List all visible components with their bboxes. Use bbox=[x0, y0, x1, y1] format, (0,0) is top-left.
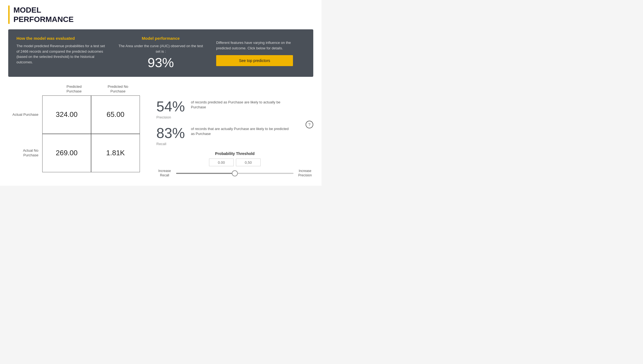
header-bar bbox=[8, 5, 10, 24]
precision-row: 54% Precision of records predicted as Pu… bbox=[156, 98, 313, 119]
col-label-predicted-no-purchase: Predicted NoPurchase bbox=[96, 84, 140, 94]
threshold-slider-row: IncreaseRecall IncreasePrecision bbox=[156, 169, 313, 177]
auc-value: 93% bbox=[116, 55, 205, 70]
increase-precision-label: IncreasePrecision bbox=[297, 169, 313, 177]
banner-col1-title: How the model was evaluated bbox=[16, 36, 105, 41]
banner-col3-text: Different features have varying influenc… bbox=[216, 40, 305, 51]
threshold-inputs bbox=[156, 159, 313, 166]
recall-block: 83% Recall bbox=[156, 125, 187, 146]
cell-fn: 65.00 bbox=[91, 95, 140, 134]
banner-col-evaluation: How the model was evaluated The model pr… bbox=[16, 36, 105, 70]
threshold-title: Probability Threshold bbox=[156, 151, 313, 156]
slider-fill bbox=[176, 173, 235, 174]
threshold-slider-track[interactable] bbox=[176, 173, 294, 174]
banner-col1-text: The model predicted Revenue probabilitie… bbox=[16, 43, 105, 65]
banner-col-predictors: Different features have varying influenc… bbox=[216, 36, 305, 70]
col-label-predicted-purchase: PredictedPurchase bbox=[52, 84, 96, 94]
evaluation-banner: How the model was evaluated The model pr… bbox=[8, 29, 313, 77]
precision-description: of records predicted as Purchase are lik… bbox=[191, 100, 290, 110]
matrix-col-labels: PredictedPurchase Predicted NoPurchase bbox=[52, 84, 140, 94]
threshold-max-input[interactable] bbox=[236, 159, 261, 166]
increase-recall-label: IncreaseRecall bbox=[156, 169, 173, 177]
precision-label: Precision bbox=[156, 115, 187, 119]
cell-fp: 269.00 bbox=[42, 134, 91, 172]
precision-block: 54% Precision bbox=[156, 98, 187, 119]
precision-value: 54% bbox=[156, 98, 187, 115]
recall-label: Recall bbox=[156, 142, 187, 146]
threshold-section: Probability Threshold IncreaseRecall Inc… bbox=[156, 151, 313, 177]
matrix-row-actual-purchase: Actual Purchase 324.00 65.00 bbox=[8, 95, 140, 134]
help-icon[interactable]: ? bbox=[306, 121, 313, 128]
row-label-actual-no-purchase: Actual No Purchase bbox=[8, 148, 42, 158]
recall-description-block: of records that are actually Purchase ar… bbox=[187, 125, 290, 136]
confusion-matrix-section: PredictedPurchase Predicted NoPurchase A… bbox=[8, 84, 140, 177]
page-title: MODEL PERFORMANCE bbox=[13, 5, 74, 24]
row-label-actual-purchase: Actual Purchase bbox=[8, 112, 42, 117]
recall-description: of records that are actually Purchase ar… bbox=[191, 126, 290, 136]
banner-col2-text: The Area under the curve (AUC) observed … bbox=[116, 43, 205, 54]
cell-tn: 1.81K bbox=[91, 134, 140, 172]
page-header: MODEL PERFORMANCE bbox=[8, 5, 313, 24]
matrix-cells-row2: 269.00 1.81K bbox=[42, 134, 140, 172]
see-top-predictors-button[interactable]: See top predictors bbox=[216, 55, 293, 66]
slider-thumb[interactable] bbox=[232, 170, 238, 176]
help-icon-wrapper: ? bbox=[306, 121, 313, 128]
threshold-min-input[interactable] bbox=[209, 159, 234, 166]
banner-col-performance: Model performance The Area under the cur… bbox=[116, 36, 205, 70]
banner-col2-title: Model performance bbox=[116, 36, 205, 41]
main-content: PredictedPurchase Predicted NoPurchase A… bbox=[8, 84, 313, 177]
precision-description-block: of records predicted as Purchase are lik… bbox=[187, 98, 290, 110]
matrix-row-actual-no-purchase: Actual No Purchase 269.00 1.81K bbox=[8, 134, 140, 172]
recall-row: 83% Recall of records that are actually … bbox=[156, 125, 313, 146]
cell-tp: 324.00 bbox=[42, 95, 91, 134]
stats-section: 54% Precision of records predicted as Pu… bbox=[140, 84, 313, 177]
matrix-cells-row1: 324.00 65.00 bbox=[42, 95, 140, 134]
recall-value: 83% bbox=[156, 125, 187, 141]
